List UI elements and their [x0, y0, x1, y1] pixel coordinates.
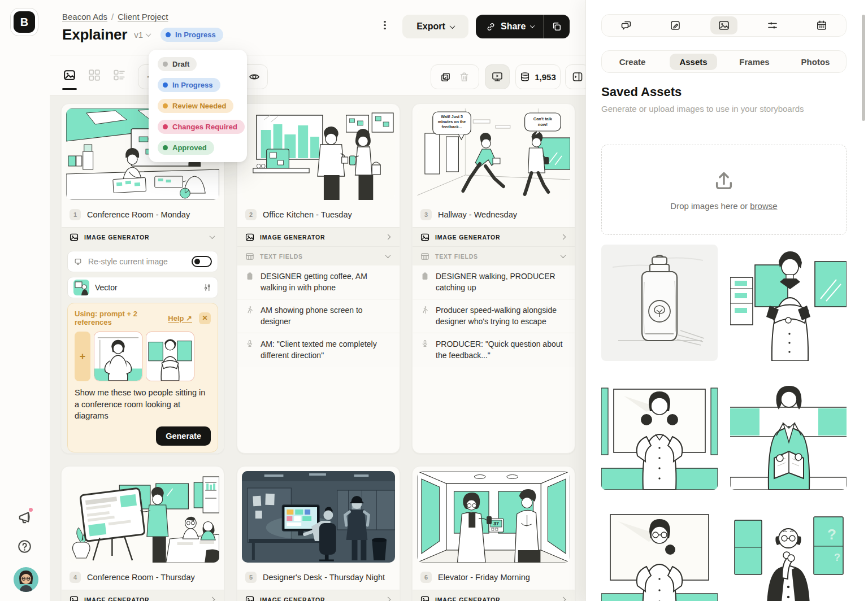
image-generator-section-toggle[interactable]: IMAGE GENERATOR: [237, 590, 400, 601]
text-field-row[interactable]: DESIGNER getting coffee, AM walking in w…: [237, 265, 400, 299]
scene-title[interactable]: Designer's Desk - Thursday Night: [263, 573, 385, 582]
chevron-down-icon: [561, 252, 566, 258]
model-selector[interactable]: Vector: [67, 277, 218, 298]
status-option-approved[interactable]: Approved: [158, 141, 214, 155]
text-field-row[interactable]: Producer speed-walking alongside designe…: [413, 299, 575, 333]
text-fields-section-toggle[interactable]: TEXT FIELDS: [413, 246, 575, 265]
breadcrumb-workspace[interactable]: Beacon Ads: [62, 12, 107, 21]
storyboard-image-4[interactable]: [66, 471, 219, 563]
export-button[interactable]: Export: [402, 15, 468, 38]
status-option-draft[interactable]: Draft: [158, 57, 197, 71]
image-generator-section-toggle[interactable]: IMAGE GENERATOR: [237, 227, 400, 246]
image-generator-section-toggle[interactable]: IMAGE GENERATOR: [413, 590, 575, 601]
asset-producer-with-notebook[interactable]: [730, 373, 847, 490]
share-button[interactable]: Share: [476, 15, 543, 38]
tab-comments[interactable]: [602, 15, 650, 36]
browse-link[interactable]: browse: [750, 201, 777, 211]
text-field-value: AM: "Client texted me completely differe…: [261, 339, 392, 361]
status-dropdown-menu: Draft In Progress Review Needed Changes …: [149, 50, 247, 162]
page-title: Explainer: [62, 26, 127, 43]
scene-title[interactable]: Hallway - Wednesday: [438, 210, 517, 219]
add-reference-button[interactable]: +: [75, 332, 90, 381]
tab-calendar[interactable]: [797, 15, 846, 36]
text-field-value: Producer speed-walking alongside designe…: [436, 305, 567, 327]
copy-link-button[interactable]: [544, 15, 570, 38]
tab-notes[interactable]: [650, 15, 699, 36]
prompt-text[interactable]: Show me these two people sitting in a co…: [75, 387, 211, 422]
version-label[interactable]: v1: [134, 30, 143, 40]
card-header: 5 Designer's Desk - Thursday Night: [237, 567, 400, 590]
version-chevron-icon[interactable]: [146, 31, 151, 37]
asset-woman-hands-on-hips[interactable]: [601, 373, 718, 490]
text-field-row[interactable]: PRODUCER: "Quick question about the feed…: [413, 333, 575, 367]
panel-scrollbar[interactable]: [862, 15, 865, 121]
view-mode-image-button[interactable]: [63, 69, 76, 81]
close-icon[interactable]: ✕: [199, 312, 211, 324]
copy-check-icon[interactable]: [440, 72, 451, 82]
present-button[interactable]: [485, 64, 510, 89]
storyboard-image-2[interactable]: [242, 108, 395, 200]
storyboard-card-2: 2 Office Kitchen - Tuesday IMAGE GENERAT…: [237, 103, 400, 454]
status-option-review-needed[interactable]: Review Needed: [158, 99, 233, 113]
help-button[interactable]: [17, 539, 32, 554]
breadcrumb-project[interactable]: Client Project: [118, 12, 168, 21]
credits-counter[interactable]: 1,953: [515, 64, 561, 89]
tab-frames[interactable]: Frames: [724, 51, 785, 72]
announcements-button[interactable]: [16, 509, 33, 526]
status-option-label: In Progress: [172, 81, 213, 89]
app-logo[interactable]: B: [10, 8, 38, 36]
image-icon: [245, 595, 254, 601]
more-options-button[interactable]: [381, 19, 389, 34]
tab-create[interactable]: Create: [602, 51, 663, 72]
status-option-label: Review Needed: [172, 102, 226, 110]
card-header: 4 Conference Room - Thursday: [62, 567, 224, 590]
scene-title[interactable]: Conference Room - Thursday: [87, 573, 195, 582]
status-badge[interactable]: In Progress: [160, 28, 223, 42]
trash-icon[interactable]: [459, 72, 470, 82]
tab-assets[interactable]: Assets: [663, 51, 724, 72]
generate-button[interactable]: Generate: [156, 426, 211, 446]
chevron-right-icon: [561, 234, 566, 240]
view-mode-grid-button[interactable]: [88, 69, 101, 81]
panel-subtitle: Generate or upload images to use in your…: [601, 104, 804, 114]
reference-thumbnail-2[interactable]: [146, 332, 194, 381]
sliders-icon[interactable]: [203, 283, 212, 292]
text-field-value: AM showing phone screen to designer: [261, 305, 392, 327]
svg-text:feedback...: feedback...: [442, 125, 462, 129]
text-fields-section-toggle[interactable]: TEXT FIELDS: [237, 246, 400, 265]
image-generator-section-toggle[interactable]: IMAGE GENERATOR: [62, 590, 224, 601]
status-option-changes-required[interactable]: Changes Required: [158, 120, 245, 134]
clipboard-icon: [420, 272, 429, 281]
section-label: TEXT FIELDS: [435, 253, 555, 260]
scene-title[interactable]: Office Kitchen - Tuesday: [263, 210, 352, 219]
text-field-row[interactable]: AM showing phone screen to designer: [237, 299, 400, 333]
asset-man-thinking[interactable]: ? ?: [730, 502, 847, 601]
reference-thumbnail-1[interactable]: [94, 332, 142, 381]
upload-dropzone[interactable]: Drop images here or browse: [601, 145, 847, 235]
status-option-in-progress[interactable]: In Progress: [158, 78, 220, 92]
user-avatar[interactable]: [14, 567, 38, 592]
help-link[interactable]: Help ↗: [168, 314, 192, 323]
view-mode-list-button[interactable]: [113, 69, 125, 81]
tab-photos[interactable]: Photos: [785, 51, 846, 72]
restyle-toggle[interactable]: [192, 256, 212, 267]
scene-number: 5: [245, 572, 257, 583]
asset-bottle-sketch[interactable]: [601, 245, 718, 361]
text-field-row[interactable]: DESIGNER walking, PRODUCER catching up: [413, 265, 575, 299]
tab-assets-icon[interactable]: [700, 15, 748, 36]
scene-number: 1: [70, 209, 81, 220]
asset-woman-glasses-hands-on-hips[interactable]: [601, 502, 718, 601]
restyle-input[interactable]: Re-style current image: [67, 251, 218, 272]
scene-title[interactable]: Elevator - Friday Morning: [438, 573, 530, 582]
storyboard-image-3[interactable]: Wait! Just 5 minutes on the feedback... …: [417, 108, 570, 200]
tab-adjustments[interactable]: [748, 15, 797, 36]
storyboard-image-6[interactable]: 37: [417, 471, 570, 563]
link-icon: [486, 22, 496, 32]
text-field-row[interactable]: AM: "Client texted me completely differe…: [237, 333, 400, 367]
storyboard-image-5[interactable]: [242, 471, 395, 563]
asset-man-arms-crossed[interactable]: [730, 245, 847, 361]
image-generator-section-toggle[interactable]: IMAGE GENERATOR: [62, 227, 224, 246]
svg-text:Can't talk: Can't talk: [533, 116, 553, 121]
scene-title[interactable]: Conference Room - Monday: [87, 210, 190, 219]
image-generator-section-toggle[interactable]: IMAGE GENERATOR: [413, 227, 575, 246]
